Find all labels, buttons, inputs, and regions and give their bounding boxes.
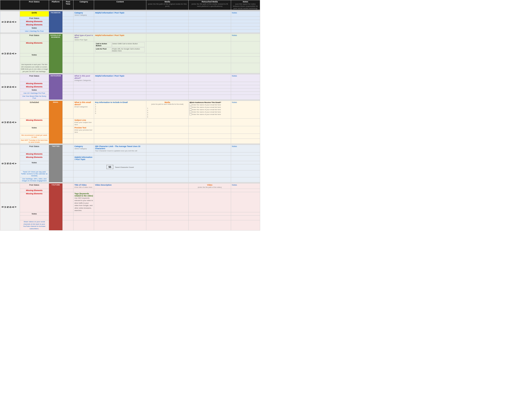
ig-row5: Use 10+ Hashtags Per Post [0,92,260,95]
tw-row3: Missing Elements Helpful Information / P… [0,156,260,161]
email-tip1: We recommend 1 email per week to start [20,134,49,139]
yt-tip: Share videos on your social channels & l… [20,220,49,230]
main-table: Post Status Platform Post Time Category … [0,0,260,230]
tw-row4: Notes [0,161,260,164]
ig-row4: Notes [0,88,260,92]
ig-missing2: Missing Elements [20,85,49,88]
gmb-row1: SUNDAY Post Status GOOGLE MY BUSINESS Wh… [0,34,260,41]
gmb-link-label: Link for Post [95,48,111,52]
gmb-notes-link: Notes [231,34,260,41]
email-notes-link: Notes [231,101,260,119]
tw-tip1: Tweet 15+ times per day (add Twitter sec… [20,171,49,177]
ig-row6: Use Your Brand Filter for Every Post [0,95,260,100]
ig-row1: SUNDAY Post Status INSTAGRAM What is thi… [0,74,260,82]
yt-missing2: Missing Elements [20,192,49,212]
tw-row2: Missing Elements [0,152,260,156]
sunday-label-gmb: SUNDAY [0,34,20,73]
yt-post-status: Post Status [20,184,49,189]
fb-date-row: SUNDAY DATE FACEBOOK Category Select Cat… [0,11,260,17]
gmb-helpful: Helpful Information / Post Topic [94,34,146,41]
fb-row5: Notes [0,27,260,30]
fb-content-helpful: Helpful Information / Post Topic [94,11,146,17]
tw-notes-link: Notes [231,145,260,152]
email-tip2: 9am MST Tuesday is the best time to send… [20,139,49,144]
fb-time-date [63,11,73,17]
fb-missing2: Missing Elements [20,23,49,27]
email-row5: 9am MST Tuesday is the best time to send… [0,139,260,144]
gmb-post-status: Post Status [20,34,49,41]
fb-retouched [189,11,231,17]
ig-what-label: What is this post about? Instagram Categ… [73,74,94,82]
header-content: Content [94,0,146,10]
email-key-info: Key Information to Include in Email 1 2 … [94,101,146,119]
yt-row6: Share videos on your social channels & l… [0,220,260,230]
fb-post-status: Post Status [20,17,49,20]
email-media-header: Media (enter the path for each media fil… [146,101,189,119]
header-retouched: Retouched Media (enter the file path of … [189,0,231,10]
tw-tip2: Use hashtags, GIFs, video, and images to… [20,177,49,182]
ig-notes-link: Notes [231,74,260,82]
yt-row5 [0,215,260,220]
tw-post-status: Post Status [20,145,49,152]
gmb-post-type: What type of post is this? Select Post T… [73,34,94,41]
header-category: Category [73,0,94,10]
fb-media [146,11,189,17]
sunday-label-fb: SUNDAY [0,11,20,33]
fb-row6: Use 1 Hashtag Per Post [0,30,260,33]
header-notes: Notes (use this space for notes between … [231,0,260,10]
fb-row3: Missing Elements [0,20,260,23]
yt-notes-label: Notes [20,212,49,215]
email-audiences: Which Audiences Receive This Email? Ente… [189,101,231,119]
gmb-tip: Use keywords in each post. The first 100… [20,63,49,73]
header-media: Media (enter the file path of the origin… [146,0,189,10]
fb-platform: FACEBOOK [49,11,63,33]
fb-tip: Use 1 Hashtag Per Post [20,30,49,33]
sunday-label-yt: SUNDAY [0,184,20,230]
yt-video-col: Video (enter the file path of the video) [189,184,231,189]
tw-category: Category Select Category [73,145,94,152]
ig-row3: Missing Elements [0,85,260,88]
header-platform: Platform [49,0,63,10]
fb-date-cell: DATE [20,11,49,17]
tw-missing1: Missing Elements [20,152,49,156]
gmb-row4 [0,57,260,63]
yt-row2: Missing Elements [0,189,260,192]
tw-char-limit: 280 Character Limit - The Average Tweet … [94,145,146,152]
ig-post-status: Post Status [20,74,49,82]
yt-missing1: Missing Elements [20,189,49,192]
ig-missing1: Missing Elements [20,82,49,85]
ig-platform: INSTAGRAM [49,74,63,100]
gmb-cta-label: Call to Action Button [95,42,111,47]
email-notes-label: Notes [20,126,49,134]
fb-missing1: Missing Elements [20,20,49,23]
ig-tip2: Use Your Brand Filter for Every Post [20,95,49,100]
tw-notes-label: Notes [20,161,49,164]
yt-notes-link: Notes [231,184,260,189]
fb-row2: Post Status [0,17,260,20]
email-row1: SUNDAY Scheduled EMAIL What is this emai… [0,101,260,119]
email-missing: Missing Elements [20,119,49,126]
tw-char-count: 55 [106,165,113,169]
email-what: What is this email about? Email Categori… [73,101,94,119]
email-row4: We recommend 1 email per week to start [0,134,260,139]
tw-platform: TWITTER [49,145,63,182]
ig-row2: Missing Elements [0,82,260,85]
tw-missing2: Missing Elements [20,156,49,161]
email-scheduled: Scheduled [20,101,49,119]
gmb-notes-label: Notes [20,53,49,57]
email-subject: Subject Line Enter your subject line her… [73,119,94,126]
fb-notes-label: Notes [20,27,49,30]
yt-tags: Tags (keywords related to the video) Use… [73,192,94,212]
yt-row4: Notes [0,212,260,215]
gmb-cta-value: Select GMB Call to Action Button [112,42,145,47]
gmb-link-value: Paste URL for Google Call to Action Butt… [112,48,145,52]
tw-tweet-char-box: 55 Tweet Character Count [94,164,146,171]
tw-helpful: Helpful Information / Post Topic [73,156,94,161]
sunday-label-email: SUNDAY [0,101,20,144]
gmb-platform: GOOGLE MY BUSINESS [49,34,63,73]
ig-helpful: Helpful Information / Post Topic [94,74,146,82]
tw-row5: 55 Tweet Character Count [0,164,260,171]
gmb-row2: Missing Elements Call to Action Button S… [0,41,260,53]
fb-row4: Missing Elements [0,23,260,27]
header-daylabel [0,0,20,10]
